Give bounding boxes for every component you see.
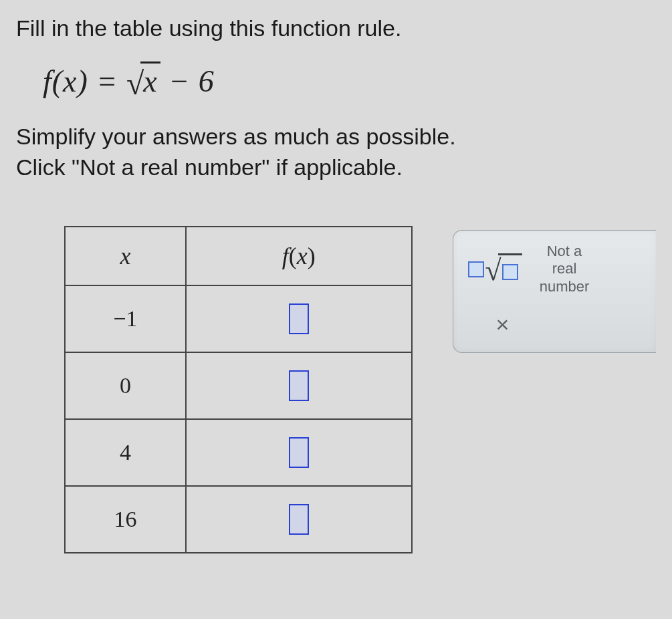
not-real-l3: number <box>540 278 590 295</box>
sqrt-expression: √x <box>126 61 160 102</box>
table-row: 4 <box>65 419 412 486</box>
after-sqrt: − 6 <box>160 64 215 98</box>
x-cell: 0 <box>65 352 186 419</box>
sqrt-argument: x <box>140 61 160 99</box>
sqrt-radicand-box <box>498 253 522 285</box>
clear-button[interactable]: × <box>496 312 647 338</box>
equals-sign: = <box>88 64 126 98</box>
answer-input[interactable] <box>289 370 309 401</box>
table-header-row: x f(x) <box>65 227 412 285</box>
sqrt-tool-button[interactable]: √ <box>467 253 522 285</box>
sub-instruction: Simplify your answers as much as possibl… <box>16 122 656 183</box>
header-x: x <box>65 227 186 285</box>
function-lhs: f(x) <box>43 64 88 98</box>
radical-icon: √ <box>485 256 501 285</box>
not-real-l1: Not a <box>540 243 590 260</box>
x-cell: 4 <box>65 419 186 486</box>
table-row: 16 <box>65 486 412 553</box>
fx-cell[interactable] <box>186 285 412 352</box>
sub-line-2: Click "Not a real number" if applicable. <box>16 152 656 183</box>
table-row: −1 <box>65 285 412 352</box>
fx-cell[interactable] <box>186 486 412 553</box>
table-row: 0 <box>65 352 412 419</box>
x-cell: −1 <box>65 285 186 352</box>
function-rule: f(x) = √x − 6 <box>43 61 656 102</box>
sqrt-radicand-box-icon <box>502 264 518 280</box>
instruction-text: Fill in the table using this function ru… <box>16 13 656 43</box>
answer-input[interactable] <box>289 437 309 468</box>
fx-cell[interactable] <box>186 352 412 419</box>
not-real-number-button[interactable]: Not a real number <box>540 243 590 295</box>
value-table: x f(x) −1 0 4 16 <box>64 226 413 553</box>
sub-line-1: Simplify your answers as much as possibl… <box>16 122 656 152</box>
x-cell: 16 <box>65 486 186 553</box>
not-real-l2: real <box>540 260 590 277</box>
tool-panel: √ Not a real number × <box>453 230 656 353</box>
fx-cell[interactable] <box>186 419 412 486</box>
sqrt-index-box-icon <box>468 261 484 277</box>
answer-input[interactable] <box>289 303 309 334</box>
answer-input[interactable] <box>289 504 309 535</box>
header-fx: f(x) <box>186 227 412 285</box>
